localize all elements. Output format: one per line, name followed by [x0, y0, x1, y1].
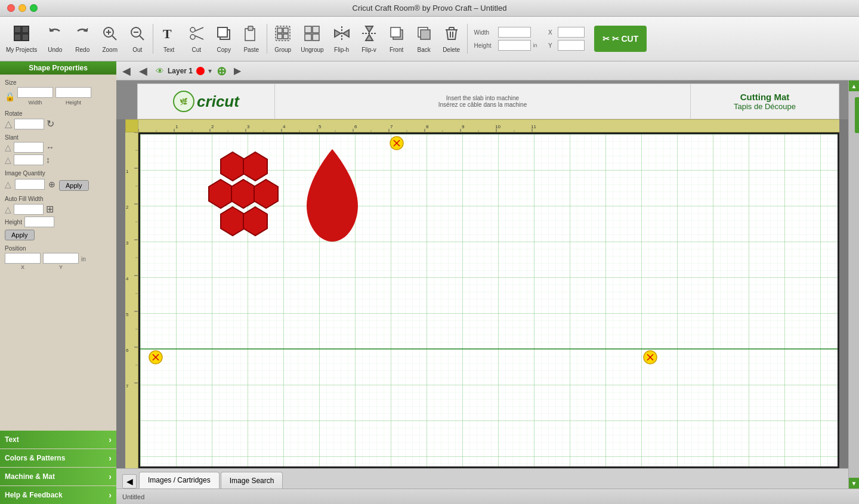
- layer-add-button[interactable]: ⊕: [217, 64, 227, 78]
- rotate-row: Rotate △ 0 ↻: [5, 110, 112, 129]
- flip-h-button[interactable]: Flip-h: [329, 18, 355, 59]
- canvas-scroll[interactable]: 🌿 cricut Insert the slab into machine In…: [116, 81, 859, 488]
- size-width-label: Width: [17, 100, 53, 106]
- canvas-back-button[interactable]: ◀: [120, 63, 133, 79]
- scroll-down-button[interactable]: ▼: [849, 478, 860, 488]
- width-input[interactable]: [498, 27, 531, 38]
- window-controls[interactable]: [7, 4, 38, 12]
- ungroup-label: Ungroup: [301, 47, 323, 53]
- size-lock-icon[interactable]: 🔒: [5, 92, 15, 101]
- zoom-label: Zoom: [102, 47, 118, 53]
- layer-forward-button[interactable]: ▶: [234, 65, 241, 76]
- x-input[interactable]: [558, 27, 585, 38]
- canvas-ruler-wrapper[interactable]: 1 2 3 4 5 6 7: [125, 119, 839, 468]
- colors-patterns-label: Colors & Patterns: [5, 454, 65, 462]
- position-row: Position in X Y: [5, 245, 112, 270]
- svg-text:6: 6: [354, 124, 357, 129]
- text-button[interactable]: T Text: [156, 18, 182, 59]
- undo-icon: [47, 25, 63, 45]
- auto-fill-width-input[interactable]: 12: [14, 204, 44, 215]
- window-title: Cricut Craft Room® by Provo Craft – Unti…: [353, 4, 507, 13]
- back-button[interactable]: Back: [411, 18, 437, 59]
- canvas-forward-button[interactable]: ◀: [137, 63, 150, 79]
- group-button[interactable]: Group: [270, 18, 296, 59]
- size-width-input[interactable]: [17, 87, 53, 98]
- svg-text:7: 7: [126, 384, 129, 389]
- rotate-input[interactable]: 0: [14, 119, 44, 129]
- flip-v-label: Flip-v: [361, 47, 376, 53]
- redo-label: Redo: [75, 47, 89, 53]
- minimize-button[interactable]: [18, 4, 26, 12]
- svg-marker-30: [335, 30, 341, 37]
- svg-text:1: 1: [175, 124, 178, 129]
- flip-v-icon: [361, 25, 378, 45]
- grid-canvas[interactable]: [138, 132, 839, 468]
- svg-text:2: 2: [211, 124, 214, 129]
- rotate-icon: ↻: [47, 118, 54, 129]
- svg-text:5: 5: [319, 124, 322, 129]
- copy-button[interactable]: Copy: [211, 18, 237, 59]
- text-panel-button[interactable]: Text ›: [0, 431, 116, 449]
- undo-button[interactable]: Undo: [42, 18, 68, 59]
- layer-dropdown-icon[interactable]: ▾: [208, 67, 212, 75]
- svg-text:10: 10: [495, 124, 500, 129]
- ungroup-button[interactable]: Ungroup: [297, 18, 327, 59]
- paste-button[interactable]: Paste: [238, 18, 264, 59]
- y-input[interactable]: [558, 40, 585, 51]
- teardrop-shape[interactable]: [301, 146, 364, 250]
- flip-h-label: Flip-h: [334, 47, 349, 53]
- slant1-input[interactable]: 0: [14, 142, 44, 153]
- image-qty-input[interactable]: 1: [15, 179, 45, 190]
- honeycomb-shape[interactable]: [206, 149, 283, 241]
- svg-rect-23: [277, 34, 282, 39]
- my-projects-button[interactable]: My Projects: [2, 18, 41, 59]
- svg-marker-31: [343, 30, 349, 37]
- apply-qty-button[interactable]: Apply: [59, 180, 89, 191]
- colors-patterns-button[interactable]: Colors & Patterns ›: [0, 449, 116, 467]
- cut-button[interactable]: ✂ ✂ CUT: [594, 26, 647, 52]
- cut-tool-button[interactable]: Cut: [183, 18, 209, 59]
- svg-marker-115: [254, 180, 278, 208]
- right-scrollbar[interactable]: ▲ ▼: [848, 81, 859, 488]
- zoom-button[interactable]: Zoom: [97, 18, 123, 59]
- slant-label: Slant: [5, 134, 112, 141]
- tab-nav-prev[interactable]: ◀: [122, 474, 137, 488]
- size-height-input[interactable]: [55, 87, 91, 98]
- svg-marker-113: [209, 180, 233, 208]
- apply-autofill-button[interactable]: Apply: [5, 230, 35, 240]
- zoom-out-label: Out: [132, 47, 142, 53]
- maximize-button[interactable]: [30, 4, 38, 12]
- svg-text:3: 3: [126, 240, 129, 246]
- tab-image-search[interactable]: Image Search: [221, 472, 283, 488]
- colors-patterns-arrow: ›: [109, 453, 112, 463]
- tab-images-cartridges[interactable]: Images / Cartridges: [139, 472, 220, 488]
- zoom-out-button[interactable]: Out: [124, 18, 150, 59]
- height-input[interactable]: [498, 40, 531, 51]
- position-y-input[interactable]: [43, 253, 79, 264]
- scroll-up-button[interactable]: ▲: [849, 81, 860, 91]
- scroll-thumb[interactable]: [855, 97, 860, 133]
- close-button[interactable]: [7, 4, 15, 12]
- svg-point-105: [149, 351, 162, 364]
- position-x-input[interactable]: [5, 253, 41, 264]
- help-feedback-button[interactable]: Help & Feedback ›: [0, 486, 116, 504]
- front-button[interactable]: Front: [384, 18, 410, 59]
- ruler-horizontal: 1 2 3 4 5 6 7: [138, 119, 839, 132]
- size-row: Size 🔒 Width Height: [5, 79, 112, 106]
- y-input-row: Y: [548, 40, 585, 51]
- flip-v-button[interactable]: Flip-v: [356, 18, 382, 59]
- machine-mat-button[interactable]: Machine & Mat ›: [0, 468, 116, 486]
- text-icon: T: [160, 25, 177, 45]
- front-label: Front: [390, 47, 403, 53]
- svg-rect-2: [14, 34, 21, 41]
- delete-button[interactable]: Delete: [438, 18, 465, 59]
- left-panel: Shape Properties Size 🔒 Width Height: [0, 61, 116, 504]
- redo-button[interactable]: Redo: [69, 18, 95, 59]
- canvas-main[interactable]: 🌿 cricut Insert the slab into machine In…: [116, 81, 848, 488]
- layer-color-dot[interactable]: [196, 67, 205, 75]
- svg-point-102: [390, 137, 403, 150]
- slant2-input[interactable]: 0: [14, 154, 44, 165]
- y-label: Y: [548, 42, 557, 49]
- auto-fill-height-input[interactable]: 12: [24, 217, 54, 227]
- insert-text2: Insérez ce câble dans la machine: [438, 101, 527, 108]
